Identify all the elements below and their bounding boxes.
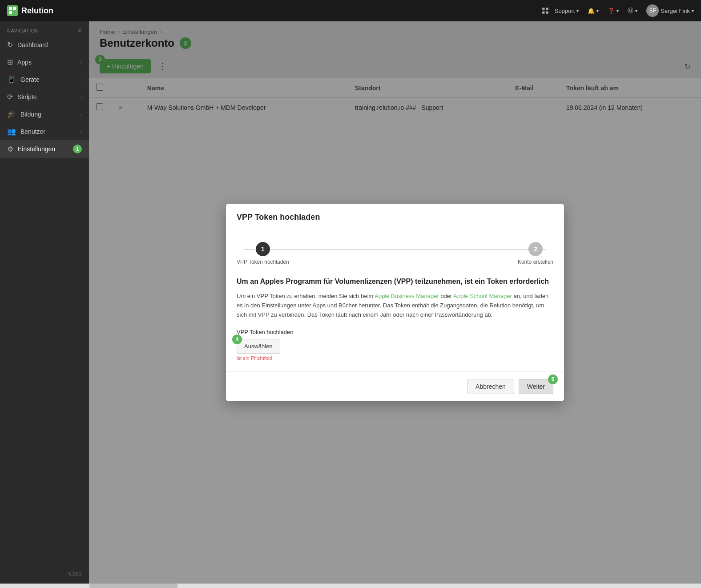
user-menu-button[interactable]: SF Sergei Fink ▾ [646,4,694,17]
benutzer-arrow-icon: › [80,129,82,134]
step-1: 1 VPP Token hochladen [237,242,289,265]
svg-rect-1 [9,7,12,10]
modal-body: 1 VPP Token hochladen 2 Konto erstellen … [226,231,564,371]
modal-title: VPP Token hochladen [237,213,553,222]
modal-heading: Um an Apples Programm für Volumenlizenze… [237,278,553,286]
sidebar-label-bildung: Bildung [20,111,41,118]
svg-rect-0 [7,5,18,16]
sidebar-item-benutzer[interactable]: 👥 Benutzer › [0,123,89,140]
svg-rect-7 [543,12,545,14]
sidebar-nav-label: NAVIGATION ⚙ [0,21,89,36]
benutzer-icon: 👥 [7,127,16,136]
sidebar-label-einstellungen: Einstellungen [18,145,55,153]
question-circle-icon: ❓ [608,8,615,14]
cancel-button[interactable]: Abbrechen [467,379,514,394]
required-note: ist ein Pflichtfeld [237,355,553,361]
skripte-arrow-icon: › [80,94,82,100]
einstellungen-badge: 1 [73,145,82,153]
sidebar-label-benutzer: Benutzer [20,128,45,135]
svg-rect-4 [13,11,16,14]
nav-label-text: NAVIGATION [7,28,39,33]
svg-rect-5 [543,8,545,10]
apple-school-manager-link[interactable]: Apple School Manager [453,293,512,299]
step-1-label: VPP Token hochladen [237,259,289,265]
modal-text-2: oder [439,293,454,299]
dashboard-icon: ↻ [7,40,13,49]
user-initials: SF [649,8,656,14]
step-2-circle: 2 [528,242,543,256]
notifications-chevron-icon: ▾ [596,8,599,13]
select-file-button[interactable]: Auswählen [237,339,280,354]
bildung-arrow-icon: › [80,112,82,117]
user-name: Sergei Fink [661,8,690,14]
horizontal-scrollbar[interactable] [89,584,178,588]
user-chevron-icon: ▾ [692,8,694,13]
sidebar-label-dashboard: Dashboard [17,41,48,48]
nav-settings-icon: ⚙ [77,28,82,33]
sidebar-version: 5.18.2 [0,564,89,584]
logo-text: Relution [21,6,53,16]
sidebar-item-apps[interactable]: ⊞ Apps › [0,53,89,71]
next-badge: 5 [548,375,558,384]
step-1-circle: 1 [256,242,270,256]
modal-description: Um ein VPP Token zu erhalten, melden Sie… [237,292,553,319]
sidebar-item-bildung[interactable]: 🎓 Bildung › [0,105,89,123]
sidebar-label-skripte: Skripte [17,93,37,101]
select-button-label: Auswählen [244,343,273,350]
select-badge: 4 [232,334,242,344]
sidebar-item-geraete[interactable]: 📱 Geräte › [0,71,89,88]
step-2-label: Konto erstellen [518,259,553,265]
support-button[interactable]: _Support ▾ [541,7,579,15]
svg-rect-2 [13,7,16,10]
field-label: VPP Token hochladen [237,329,553,335]
sidebar-item-einstellungen[interactable]: ⚙ Einstellungen 1 [0,140,89,158]
apps-arrow-icon: › [80,60,82,65]
version-text: 5.18.2 [68,571,82,576]
question-chevron-icon: ▾ [616,8,619,13]
svg-rect-3 [9,11,12,14]
bell-icon: 🔔 [588,8,595,14]
content-area: Home › Einstellungen › Benutzerkonto 2 +… [89,21,701,584]
sidebar-item-skripte[interactable]: ⟳ Skripte › [0,88,89,105]
modal: VPP Token hochladen 1 VPP Token hochlade… [226,204,564,401]
header-right: _Support ▾ 🔔 ▾ ❓ ▾ ⓪ ▾ SF Sergei Fink ▾ [541,4,694,17]
modal-overlay[interactable]: VPP Token hochladen 1 VPP Token hochlade… [89,21,701,584]
svg-rect-6 [546,8,548,10]
modal-text-1: Um ein VPP Token zu erhalten, melden Sie… [237,293,375,299]
geraete-icon: 📱 [7,75,16,84]
grid-icon [541,7,549,15]
avatar: SF [646,4,659,17]
help-icon: ⓪ [628,7,633,15]
skripte-icon: ⟳ [7,93,13,101]
einstellungen-icon: ⚙ [7,145,13,153]
help-chevron-icon: ▾ [635,8,637,13]
top-header: Relution _Support ▾ 🔔 ▾ ❓ ▾ ⓪ ▾ SF Serge… [0,0,701,21]
modal-header: VPP Token hochladen [226,204,564,231]
logo: Relution [7,5,53,16]
question-button[interactable]: ❓ ▾ [608,8,619,14]
sidebar-item-dashboard[interactable]: ↻ Dashboard [0,36,89,53]
relution-logo-icon [7,5,18,16]
sidebar-label-apps: Apps [17,59,32,66]
apple-business-manager-link[interactable]: Apple Business Manager [375,293,439,299]
geraete-arrow-icon: › [80,77,82,82]
apps-icon: ⊞ [7,58,13,66]
support-label: _Support [551,8,575,14]
sidebar-label-geraete: Geräte [20,76,40,83]
support-chevron-icon: ▾ [576,8,579,13]
stepper: 1 VPP Token hochladen 2 Konto erstellen [237,242,553,265]
help-button[interactable]: ⓪ ▾ [628,7,637,15]
bottom-scrollbar-container [0,584,701,588]
modal-footer: Abbrechen Weiter 5 [226,371,564,401]
main-layout: NAVIGATION ⚙ ↻ Dashboard ⊞ Apps › 📱 Gerä… [0,21,701,584]
notifications-button[interactable]: 🔔 ▾ [588,8,599,14]
bildung-icon: 🎓 [7,110,16,118]
svg-rect-8 [546,12,548,14]
select-btn-container: Auswählen 4 [237,339,280,354]
sidebar: NAVIGATION ⚙ ↻ Dashboard ⊞ Apps › 📱 Gerä… [0,21,89,584]
step-2: 2 Konto erstellen [518,242,553,265]
